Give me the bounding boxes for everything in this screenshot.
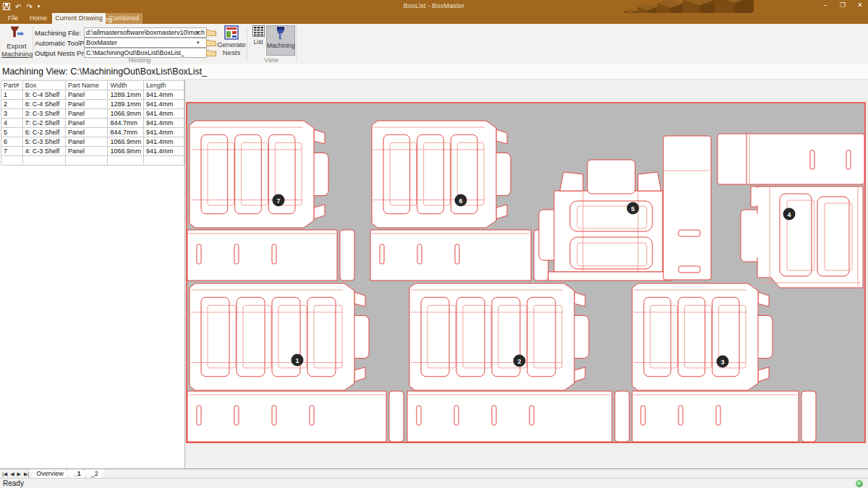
table-row[interactable]: 19: C-4 ShelfPanel1289.1mm941.4mm xyxy=(1,90,184,100)
table-cell: Panel xyxy=(65,147,108,156)
automatic-toolpath-dropdown-icon[interactable]: ▾ xyxy=(197,40,200,46)
column-header[interactable]: Box xyxy=(22,81,65,90)
title-bar: ↶ ↷ ▾ BoxList - BoxMaster – ❐ ✕ xyxy=(0,0,868,13)
part-number-badge: 6 xyxy=(455,194,467,207)
browse-folder-icon[interactable] xyxy=(206,38,216,46)
group-label-nesting: Nesting xyxy=(33,56,247,64)
table-cell xyxy=(22,156,65,166)
nest-part-shelf-panel[interactable] xyxy=(409,283,589,390)
first-sheet-icon[interactable]: |◀ xyxy=(2,471,7,477)
machining-file-input[interactable] xyxy=(84,27,207,38)
part-number-badge: 3 xyxy=(717,356,729,368)
tab-combined[interactable]: Combined xyxy=(106,13,142,24)
svg-text:4: 4 xyxy=(787,211,791,218)
nest-part-base-strip[interactable] xyxy=(370,230,548,281)
tab-current-drawing[interactable]: Current Drawing xyxy=(52,13,106,24)
browse-folder-icon[interactable] xyxy=(206,28,216,36)
machining-file-dropdown-icon[interactable]: ▾ xyxy=(197,30,200,35)
table-cell: 941.4mm xyxy=(143,119,184,128)
column-header[interactable]: Width xyxy=(108,81,144,90)
table-row[interactable]: 74: C-3 ShelfPanel1066.9mm941.4mm xyxy=(1,147,184,156)
nest-part-base-strip[interactable] xyxy=(407,391,629,442)
column-header[interactable]: Part# xyxy=(1,81,23,90)
nest-part-base-strip[interactable] xyxy=(187,391,404,442)
nest-part-base-strip[interactable] xyxy=(632,391,816,442)
table-cell: 6: C-2 Shelf xyxy=(22,128,65,137)
table-cell: 2 xyxy=(1,100,23,109)
part-number-badge: 2 xyxy=(514,355,526,367)
column-header[interactable]: Part Name xyxy=(65,81,108,90)
automatic-toolpath-input[interactable] xyxy=(84,38,207,48)
table-cell: 9: C-4 Shelf xyxy=(22,90,65,100)
tab-home[interactable]: Home xyxy=(27,13,50,24)
export-machining-icon xyxy=(9,25,25,41)
close-button[interactable]: ✕ xyxy=(855,1,865,9)
table-cell: 7: C-2 Shelf xyxy=(22,119,65,128)
nest-canvas[interactable]: 1234567 xyxy=(186,80,868,468)
table-cell: 844.7mm xyxy=(108,128,144,137)
svg-text:6: 6 xyxy=(459,197,462,205)
nest-part-shelf-panel[interactable] xyxy=(372,121,511,228)
table-cell: Panel xyxy=(65,109,108,119)
group-label-view: View xyxy=(247,56,296,64)
table-cell xyxy=(65,156,108,166)
nest-part-shelf-panel[interactable] xyxy=(190,283,369,390)
table-cell: 844.7mm xyxy=(108,119,144,128)
part-number-badge: 4 xyxy=(783,208,796,221)
prev-sheet-icon[interactable]: ◀ xyxy=(10,471,14,477)
table-cell: 1066.9mm xyxy=(108,137,144,147)
svg-text:3: 3 xyxy=(720,359,724,366)
ribbon: Export Machining Machining File: Automat… xyxy=(0,24,868,65)
table-cell: Panel xyxy=(65,90,108,100)
part-number-badge: 7 xyxy=(273,194,285,207)
status-bar: Ready ✔ xyxy=(0,478,868,488)
next-sheet-icon[interactable]: ▶ xyxy=(17,471,21,477)
generate-nests-icon xyxy=(224,25,239,40)
tab-file[interactable]: File xyxy=(1,13,25,24)
sheet-tab-strip: |◀ ◀ ▶ ▶| Overview_1_2 xyxy=(0,468,868,479)
generate-nests-button[interactable]: Generate Nests xyxy=(217,25,246,56)
machining-view-button[interactable]: Machining xyxy=(266,25,295,56)
group-separator xyxy=(33,26,33,61)
table-row[interactable]: 56: C-2 ShelfPanel844.7mm941.4mm xyxy=(1,128,184,137)
parts-panel: Part#BoxPart NameWidthLength19: C-4 Shel… xyxy=(0,80,185,468)
table-cell: 941.4mm xyxy=(143,90,184,100)
part-number-badge: 5 xyxy=(627,202,639,215)
table-row[interactable] xyxy=(1,156,184,166)
table-cell: 7 xyxy=(1,147,23,156)
table-cell: 1289.1mm xyxy=(108,90,144,100)
group-separator xyxy=(247,26,247,61)
column-header[interactable]: Length xyxy=(143,81,184,90)
table-cell xyxy=(1,156,23,166)
table-cell: 6 xyxy=(1,137,23,147)
export-machining-button[interactable]: Export Machining xyxy=(1,25,32,58)
table-cell: 941.4mm xyxy=(143,128,184,137)
restore-button[interactable]: ❐ xyxy=(838,1,848,9)
browse-folder-icon[interactable] xyxy=(206,48,216,56)
table-cell: 1066.9mm xyxy=(108,147,144,156)
list-view-button[interactable]: List xyxy=(249,25,268,54)
table-cell: 3 xyxy=(1,109,23,119)
table-cell: Panel xyxy=(65,100,108,109)
nest-part-shelf-panel[interactable] xyxy=(190,121,328,228)
nest-part-base-strip[interactable] xyxy=(187,230,354,281)
table-cell: 941.4mm xyxy=(143,137,184,147)
nest-drawing: 1234567 xyxy=(186,80,868,468)
part-number-badge: 1 xyxy=(292,354,304,367)
status-text: Ready xyxy=(3,479,24,487)
table-row[interactable]: 47: C-2 ShelfPanel844.7mm941.4mm xyxy=(1,119,184,128)
nest-part-shelf-panel[interactable] xyxy=(632,283,773,390)
table-cell: 8: C-4 Shelf xyxy=(22,100,65,109)
table-cell: 5 xyxy=(1,128,23,137)
parts-table: Part#BoxPart NameWidthLength19: C-4 Shel… xyxy=(1,80,184,166)
table-row[interactable]: 33: C-3 ShelfPanel1066.9mm941.4mm xyxy=(1,109,184,119)
minimize-button[interactable]: – xyxy=(820,1,830,9)
svg-text:2: 2 xyxy=(517,358,521,365)
table-cell: Panel xyxy=(65,119,108,128)
ribbon-tab-row: Machining File Home Current Drawing Comb… xyxy=(0,13,868,24)
table-cell: Panel xyxy=(65,128,108,137)
last-sheet-icon[interactable]: ▶| xyxy=(24,471,29,477)
table-row[interactable]: 28: C-4 ShelfPanel1289.1mm941.4mm xyxy=(1,100,184,109)
svg-text:7: 7 xyxy=(276,197,280,205)
table-row[interactable]: 65: C-3 ShelfPanel1066.9mm941.4mm xyxy=(1,137,184,147)
